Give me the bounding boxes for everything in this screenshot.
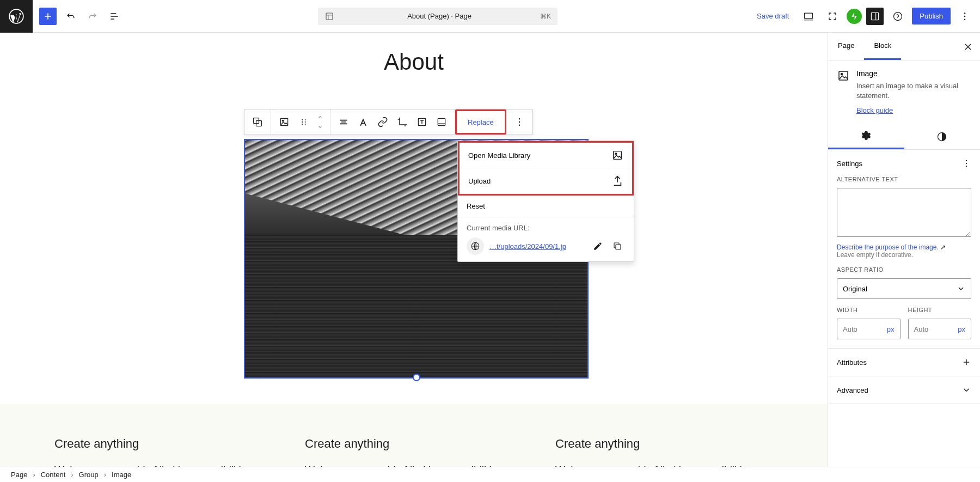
plus-icon bbox=[961, 357, 971, 367]
settings-sidebar-toggle[interactable] bbox=[866, 8, 884, 25]
breadcrumb-item[interactable]: Image bbox=[112, 471, 131, 479]
template-icon bbox=[324, 11, 334, 21]
url-label: Current media URL: bbox=[467, 224, 625, 232]
chevron-down-icon bbox=[961, 385, 971, 395]
svg-point-15 bbox=[305, 119, 306, 120]
align-button[interactable] bbox=[334, 112, 353, 132]
subtab-settings[interactable] bbox=[828, 124, 904, 149]
height-label: HEIGHT bbox=[908, 307, 972, 313]
breadcrumb-sep: › bbox=[33, 471, 35, 479]
column-2[interactable]: Create anything Welcome to a world of li… bbox=[305, 437, 523, 467]
text-overlay-button[interactable] bbox=[412, 112, 432, 132]
open-media-library-item[interactable]: Open Media Library bbox=[460, 143, 632, 168]
edit-url-button[interactable] bbox=[590, 239, 605, 254]
select-parent-button[interactable] bbox=[248, 112, 267, 132]
block-type-button[interactable] bbox=[274, 112, 294, 132]
subtab-styles[interactable] bbox=[904, 124, 981, 149]
upload-item[interactable]: Upload bbox=[460, 168, 632, 194]
width-input[interactable]: Auto px bbox=[837, 319, 901, 339]
media-icon bbox=[611, 149, 623, 161]
external-icon: ↗ bbox=[940, 243, 946, 251]
crop-button[interactable] bbox=[393, 112, 412, 132]
columns-section: Create anything Welcome to a world of li… bbox=[0, 404, 828, 467]
alt-help-link[interactable]: Describe the purpose of the image. bbox=[837, 243, 939, 251]
aspect-ratio-value: Original bbox=[843, 285, 867, 293]
column-3[interactable]: Create anything Welcome to a world of li… bbox=[555, 437, 773, 467]
alt-help-gray: Leave empty if decorative. bbox=[837, 251, 913, 259]
width-label: WIDTH bbox=[837, 307, 901, 313]
text-button[interactable] bbox=[353, 112, 373, 132]
svg-rect-1 bbox=[326, 13, 333, 20]
svg-point-5 bbox=[964, 12, 966, 14]
panel-options-button[interactable] bbox=[961, 158, 971, 168]
block-options-button[interactable] bbox=[510, 112, 529, 132]
document-title-bar[interactable]: About (Page) · Page ⌘K bbox=[318, 8, 558, 25]
block-toolbar: Replace bbox=[244, 109, 533, 135]
save-draft-button[interactable]: Save draft bbox=[751, 9, 794, 23]
move-down-button[interactable] bbox=[314, 122, 327, 132]
breadcrumb-item[interactable]: Group bbox=[79, 471, 99, 479]
options-button[interactable] bbox=[955, 7, 975, 26]
jetpack-icon[interactable] bbox=[847, 9, 862, 24]
tab-block[interactable]: Block bbox=[864, 33, 901, 60]
svg-point-14 bbox=[302, 124, 303, 125]
attributes-panel[interactable]: Attributes bbox=[828, 349, 980, 376]
svg-rect-2 bbox=[805, 13, 813, 19]
block-name: Image bbox=[856, 69, 971, 78]
breadcrumb-sep: › bbox=[104, 471, 106, 479]
svg-point-31 bbox=[966, 163, 967, 164]
document-overview-button[interactable] bbox=[105, 7, 124, 26]
svg-rect-26 bbox=[616, 245, 621, 249]
resize-handle[interactable] bbox=[413, 374, 420, 381]
help-button[interactable] bbox=[888, 7, 908, 26]
breadcrumb-item[interactable]: Content bbox=[41, 471, 66, 479]
tab-page[interactable]: Page bbox=[828, 33, 864, 60]
move-up-button[interactable] bbox=[314, 112, 327, 122]
fullscreen-button[interactable] bbox=[823, 7, 842, 26]
replace-button[interactable]: Replace bbox=[460, 112, 501, 132]
column-text: Welcome to a world of limitless possibil… bbox=[555, 462, 773, 467]
column-text: Welcome to a world of limitless possibil… bbox=[305, 462, 523, 467]
alt-text-input[interactable] bbox=[837, 188, 971, 237]
svg-point-17 bbox=[305, 124, 306, 125]
upload-icon bbox=[611, 175, 623, 187]
column-text: Welcome to a world of limitless possibil… bbox=[54, 462, 272, 467]
aspect-ratio-select[interactable]: Original bbox=[837, 278, 971, 299]
globe-icon bbox=[467, 237, 484, 255]
svg-point-11 bbox=[282, 120, 284, 121]
height-input[interactable]: Auto px bbox=[908, 319, 972, 339]
chevron-down-icon bbox=[957, 284, 965, 293]
page-title[interactable]: About bbox=[0, 49, 828, 75]
svg-point-16 bbox=[305, 121, 306, 123]
block-guide-link[interactable]: Block guide bbox=[856, 106, 893, 114]
svg-point-24 bbox=[615, 153, 617, 155]
view-desktop-button[interactable] bbox=[799, 7, 818, 26]
settings-sidebar: Page Block Image Insert an image to make… bbox=[828, 33, 980, 467]
breadcrumb-item[interactable]: Page bbox=[11, 471, 27, 479]
aspect-ratio-label: ASPECT RATIO bbox=[837, 266, 971, 273]
column-1[interactable]: Create anything Welcome to a world of li… bbox=[54, 437, 272, 467]
redo-button[interactable] bbox=[83, 7, 102, 26]
copy-url-button[interactable] bbox=[610, 239, 625, 254]
svg-point-6 bbox=[964, 15, 966, 17]
undo-button[interactable] bbox=[61, 7, 81, 26]
close-sidebar-button[interactable] bbox=[960, 39, 976, 54]
add-block-button[interactable] bbox=[39, 8, 57, 25]
image-block-icon bbox=[837, 69, 850, 82]
wordpress-logo[interactable] bbox=[0, 0, 33, 33]
url-text[interactable]: …t/uploads/2024/09/1.jp bbox=[489, 242, 585, 251]
block-description: Insert an image to make a visual stateme… bbox=[856, 81, 971, 101]
duotone-button[interactable] bbox=[432, 112, 451, 132]
replace-dropdown: Open Media Library Upload Reset Current … bbox=[457, 141, 634, 262]
breadcrumb-sep: › bbox=[71, 471, 73, 479]
publish-button[interactable]: Publish bbox=[912, 8, 951, 25]
svg-point-12 bbox=[302, 119, 303, 120]
advanced-panel[interactable]: Advanced bbox=[828, 376, 980, 404]
svg-point-30 bbox=[966, 160, 967, 161]
svg-point-32 bbox=[966, 166, 967, 167]
svg-point-13 bbox=[302, 121, 303, 123]
drag-handle[interactable] bbox=[294, 112, 314, 132]
link-button[interactable] bbox=[373, 112, 393, 132]
attributes-label: Attributes bbox=[837, 358, 867, 367]
reset-item[interactable]: Reset bbox=[458, 196, 634, 217]
